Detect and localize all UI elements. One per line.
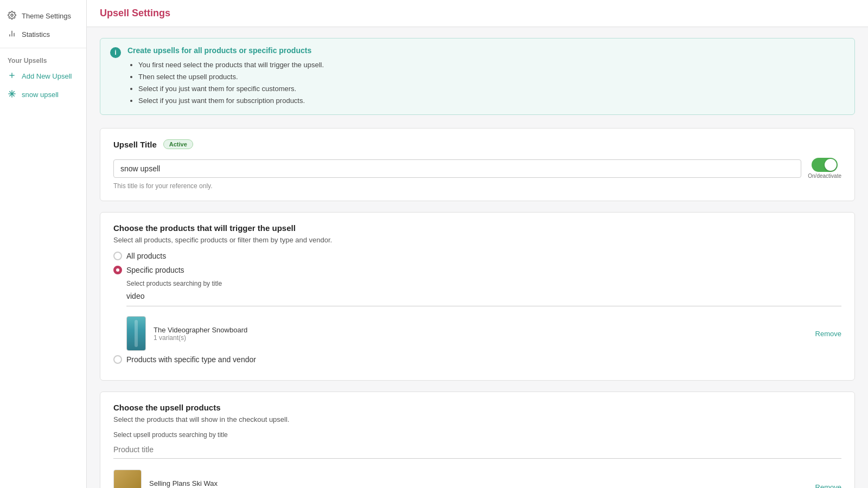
product-row-ski-wax: Selling Plans Ski Wax 3 variant(s) Remov… [113,465,841,488]
sidebar-divider [0,48,86,48]
info-list-item: You first need select the products that … [138,59,324,71]
product-name: The Videographer Snowboard [154,326,808,334]
sidebar-item-label: Add New Upsell [22,72,72,80]
chart-icon [8,29,17,39]
gear-icon [8,11,17,21]
info-title: Create upsells for all products or speci… [127,46,324,55]
sidebar-item-label: Statistics [22,30,50,38]
product-variants: 1 variant(s) [154,334,808,342]
info-list-item: Then select the upsell products. [138,71,324,83]
toggle-wrapper: On/deactivate [808,158,841,179]
upsell-title-heading: Upsell Title [113,140,157,149]
product-info-ski-wax: Selling Plans Ski Wax 3 variant(s) [149,479,808,488]
main-content: Upsell Settings i Create upsells for all… [87,0,868,488]
upsell-title-input[interactable] [113,159,801,178]
trigger-heading: Choose the products that will trigger th… [113,223,841,233]
remove-ski-wax-button[interactable]: Remove [815,483,841,488]
upsell-title-row: Upsell Title Active [113,139,841,149]
content-area: i Create upsells for all products or spe… [87,27,868,488]
sidebar-item-label: Theme Settings [22,12,71,20]
remove-videographer-button[interactable]: Remove [815,330,841,338]
trigger-radio-group: All products Specific products Select pr… [113,252,841,364]
sidebar-item-add-new-upsell[interactable]: Add New Upsell [0,67,86,85]
page-title: Upsell Settings [100,8,855,19]
radio-all-products[interactable]: All products [113,252,841,260]
radio-specific-products[interactable]: Specific products [113,266,841,274]
your-upsells-label: Your Upsells [0,53,86,67]
radio-label-specific: Specific products [126,266,184,274]
search-label: Select products searching by title [126,280,841,287]
trigger-description: Select all products, specific products o… [113,236,841,244]
search-input-container [126,290,841,306]
sidebar-item-label: snow upsell [22,91,59,99]
product-search-subsection: Select products searching by title The V… [126,280,841,355]
active-badge: Active [163,139,193,149]
upsell-products-heading: Choose the upsell products [113,403,841,412]
snowflake-icon [8,89,17,99]
svg-point-0 [11,14,13,16]
sidebar-item-theme-settings[interactable]: Theme Settings [0,7,86,25]
info-list: You first need select the products that … [127,59,324,107]
input-toggle-row: On/deactivate [113,158,841,179]
radio-label-type-vendor: Products with specific type and vendor [126,355,256,364]
ski-wax-thumbnail [113,470,142,488]
info-content: Create upsells for all products or speci… [127,46,324,107]
toggle-label: On/deactivate [808,173,841,179]
snowboard-thumbnail [126,316,146,351]
product-row-videographer: The Videographer Snowboard 1 variant(s) … [126,312,841,355]
upsell-product-search-input[interactable] [113,441,841,459]
info-icon: i [110,47,121,58]
upsell-title-section: Upsell Title Active On/deactivate This t… [100,128,855,201]
sidebar-item-snow-upsell[interactable]: snow upsell [0,85,86,104]
info-box: i Create upsells for all products or spe… [100,38,855,115]
active-toggle[interactable] [812,158,838,172]
radio-circle-type-vendor [113,355,122,364]
upsell-search-label: Select upsell products searching by titl… [113,431,841,439]
trigger-search-input[interactable] [126,290,841,303]
sidebar: Theme Settings Statistics Your Upsells A… [0,0,87,488]
radio-circle-specific [113,266,122,274]
radio-circle-all [113,252,122,260]
trigger-products-section: Choose the products that will trigger th… [100,212,855,381]
title-hint: This title is for your reference only. [113,182,841,190]
product-name: Selling Plans Ski Wax [149,479,808,487]
upsell-products-section: Choose the upsell products Select the pr… [100,391,855,488]
plus-icon [8,71,17,81]
product-info-videographer: The Videographer Snowboard 1 variant(s) [154,326,808,342]
upsell-products-description: Select the products that will show in th… [113,415,841,423]
info-list-item: Select if you just want them for subscri… [138,95,324,107]
radio-label-all: All products [126,252,166,260]
radio-type-vendor[interactable]: Products with specific type and vendor [113,355,841,364]
sidebar-item-statistics[interactable]: Statistics [0,25,86,43]
info-list-item: Select if you just want them for specifi… [138,83,324,95]
page-header: Upsell Settings [87,0,868,27]
toggle-knob [825,159,837,171]
